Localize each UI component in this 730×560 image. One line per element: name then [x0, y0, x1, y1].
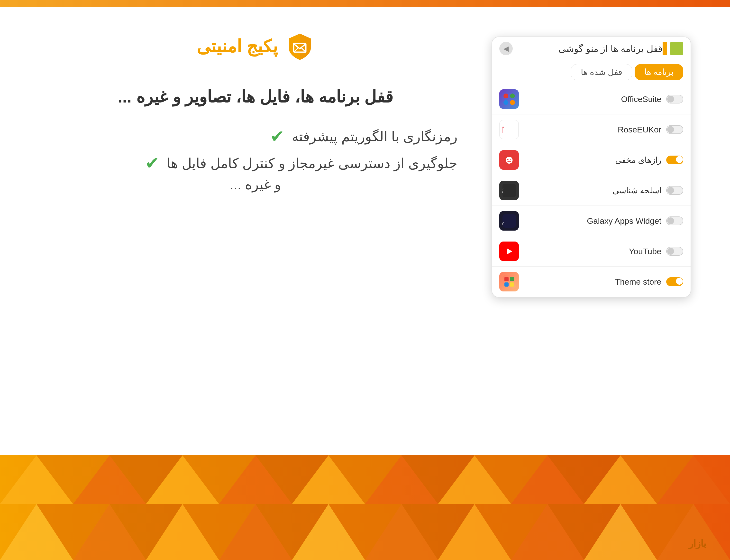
check-icon-2: ✔: [145, 155, 159, 172]
bazaar-logo: بازار: [686, 536, 715, 553]
app-name-theme: Theme store: [524, 277, 661, 287]
shield-icon: [285, 32, 315, 61]
toggle-razha[interactable]: [666, 156, 683, 164]
feature-item-2: جلوگیری از دسترسی غیرمجاز و کنترل کامل ف…: [145, 155, 457, 172]
svg-rect-21: [504, 277, 508, 281]
svg-line-3: [674, 45, 675, 46]
svg-text:بازار: بازار: [688, 538, 706, 549]
svg-rect-14: [502, 184, 516, 197]
bottom-pattern: [0, 455, 730, 560]
app-item-theme: Theme store: [492, 267, 691, 297]
check-icon-1: ✔: [270, 128, 285, 145]
app-name-galaxy: Galaxy Apps Widget: [524, 216, 661, 226]
app-icon-asalah: ⚔: [499, 181, 519, 200]
toggle-officesuite[interactable]: [666, 95, 683, 103]
svg-point-6: [510, 93, 515, 98]
app-item-razha: رازهای مخفی: [492, 145, 691, 175]
svg-line-4: [678, 45, 679, 46]
left-side: پکیج امنیتی قفل برنامه ها، فایل ها، تصاو…: [29, 27, 482, 192]
app-item-officesuite: OfficeSuite: [492, 84, 691, 114]
main-heading: قفل برنامه ها، فایل ها، تصاویر و غیره ..…: [118, 85, 393, 108]
toggle-galaxy[interactable]: [666, 216, 683, 225]
toggle-rose[interactable]: [666, 125, 683, 134]
app-icon-officesuite: [499, 89, 519, 109]
feature-text-1: رمزنگاری با الگوریتم پیشرفته: [292, 129, 457, 144]
svg-rect-20: [502, 275, 516, 289]
app-icon-galaxy: Galaxy: [499, 211, 519, 231]
app-item-asalah: اسلحه شناسی ⚔: [492, 175, 691, 206]
feature-item-1: رمزنگاری با الگوریتم پیشرفته ✔: [270, 128, 457, 145]
feature-text-2: جلوگیری از دسترسی غیرمجاز و کنترل کامل ف…: [167, 155, 457, 171]
svg-rect-22: [510, 277, 514, 281]
phone-header: قفل برنامه ها از منو گوشی ◀: [492, 37, 691, 60]
svg-point-8: [510, 100, 515, 105]
tab-apps[interactable]: برنامه ها: [635, 64, 683, 80]
phone-header-title: قفل برنامه ها از منو گوشی: [513, 43, 663, 54]
top-bar: [0, 0, 730, 7]
svg-text:ff: ff: [502, 125, 504, 135]
svg-point-5: [503, 93, 508, 98]
app-list: OfficeSuite RoseEUKor: [492, 84, 691, 297]
svg-rect-24: [510, 282, 514, 287]
etc-text: و غیره ...: [230, 177, 281, 192]
app-name-officesuite: OfficeSuite: [524, 94, 661, 104]
back-button[interactable]: ◀: [499, 42, 513, 55]
svg-text:⚔: ⚔: [502, 187, 504, 195]
logo-area: پکیج امنیتی: [197, 32, 314, 61]
tab-bar: برنامه ها قفل شده ها: [492, 60, 691, 84]
app-icon-rose: ff: [499, 120, 519, 139]
svg-rect-23: [504, 282, 508, 287]
app-item-youtube: YouTube: [492, 236, 691, 267]
app-name-youtube: YouTube: [524, 247, 661, 256]
phone-mockup: قفل برنامه ها از منو گوشی ◀ برنامه ها قف…: [491, 37, 691, 298]
app-icon-razha: [499, 150, 519, 170]
app-icon-youtube: [499, 242, 519, 261]
app-item-galaxy: Galaxy Apps Widget Galaxy: [492, 206, 691, 236]
logo-title: پکیج امنیتی: [197, 36, 278, 56]
main-content: پکیج امنیتی قفل برنامه ها، فایل ها، تصاو…: [0, 7, 730, 455]
svg-rect-16: [502, 214, 516, 228]
app-name-asalah: اسلحه شناسی: [524, 186, 661, 195]
tab-locked[interactable]: قفل شده ها: [571, 64, 632, 80]
svg-point-7: [503, 100, 508, 105]
app-name-rose: RoseEUKor: [524, 125, 661, 134]
app-name-razha: رازهای مخفی: [524, 155, 661, 165]
feature-list: رمزنگاری با الگوریتم پیشرفته ✔ جلوگیری ا…: [29, 128, 482, 172]
right-side: قفل برنامه ها از منو گوشی ◀ برنامه ها قف…: [482, 27, 701, 298]
bottom-svg: [0, 455, 730, 560]
app-icon-theme: [499, 272, 519, 291]
orange-accent: [663, 42, 667, 55]
toggle-youtube[interactable]: [666, 247, 683, 256]
svg-text:Galaxy: Galaxy: [502, 221, 504, 225]
app-item-rose: RoseEUKor ff: [492, 114, 691, 145]
android-icon: [670, 42, 683, 55]
toggle-theme[interactable]: [666, 277, 683, 286]
toggle-asalah[interactable]: [666, 186, 683, 195]
